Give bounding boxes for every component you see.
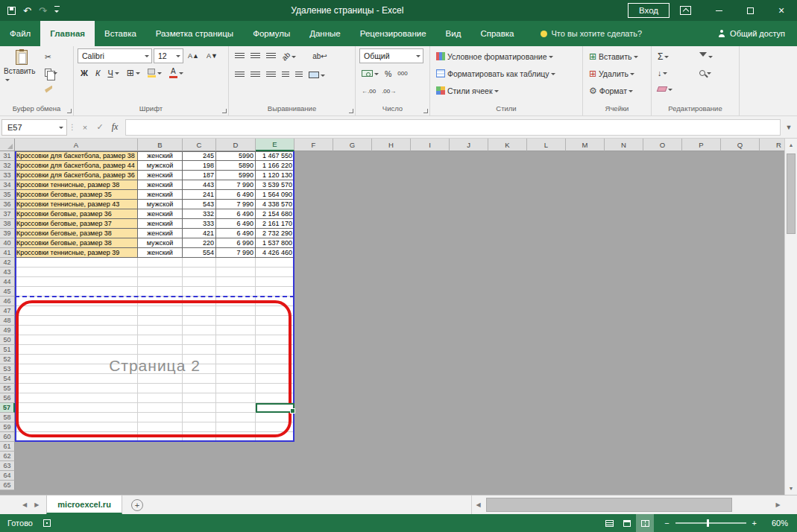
row-header-57[interactable]: 57 bbox=[0, 403, 15, 413]
row-header-45[interactable]: 45 bbox=[0, 287, 15, 297]
cell-B54[interactable] bbox=[138, 374, 183, 384]
tell-me-search[interactable]: Что вы хотите сделать? bbox=[541, 21, 643, 46]
cell-I37[interactable] bbox=[411, 209, 450, 219]
row-header-41[interactable]: 41 bbox=[0, 248, 15, 258]
cell-G46[interactable] bbox=[333, 297, 372, 306]
cell-J48[interactable] bbox=[450, 316, 488, 326]
cell-B53[interactable] bbox=[138, 364, 183, 374]
cell-K59[interactable] bbox=[488, 422, 527, 432]
column-header-B[interactable]: B bbox=[138, 139, 183, 151]
cell-Q38[interactable] bbox=[721, 219, 760, 229]
cell-Q44[interactable] bbox=[721, 277, 760, 287]
close-button[interactable]: × bbox=[766, 0, 797, 21]
format-as-table-button[interactable]: Форматировать как таблицу bbox=[434, 66, 579, 81]
cell-L43[interactable] bbox=[527, 267, 566, 277]
cell-H48[interactable] bbox=[372, 316, 411, 326]
cell-N59[interactable] bbox=[605, 422, 643, 432]
cell-L62[interactable] bbox=[527, 452, 566, 461]
cell-H56[interactable] bbox=[372, 393, 411, 403]
cell-G52[interactable] bbox=[333, 355, 372, 364]
cell-H55[interactable] bbox=[372, 384, 411, 393]
cell-I55[interactable] bbox=[411, 384, 450, 393]
cell-O47[interactable] bbox=[643, 306, 682, 316]
cell-O49[interactable] bbox=[643, 326, 682, 335]
cell-N65[interactable] bbox=[605, 481, 643, 490]
cell-Q55[interactable] bbox=[721, 384, 760, 393]
cell-M47[interactable] bbox=[566, 306, 605, 316]
autosum-button[interactable]: Σ bbox=[655, 48, 694, 64]
cell-E34[interactable]: 3 539 570 bbox=[256, 180, 294, 190]
cell-L54[interactable] bbox=[527, 374, 566, 384]
cell-F34[interactable] bbox=[294, 180, 333, 190]
cell-H62[interactable] bbox=[372, 452, 411, 461]
cell-A45[interactable] bbox=[15, 287, 138, 297]
cell-G56[interactable] bbox=[333, 393, 372, 403]
cell-N60[interactable] bbox=[605, 432, 643, 442]
cell-H52[interactable] bbox=[372, 355, 411, 364]
row-header-32[interactable]: 32 bbox=[0, 161, 15, 171]
cell-A44[interactable] bbox=[15, 277, 138, 287]
cell-F53[interactable] bbox=[294, 364, 333, 374]
cell-I58[interactable] bbox=[411, 413, 450, 422]
cell-D49[interactable] bbox=[216, 326, 256, 335]
cell-I53[interactable] bbox=[411, 364, 450, 374]
cell-Q42[interactable] bbox=[721, 258, 760, 267]
column-header-D[interactable]: D bbox=[216, 139, 256, 151]
cell-P62[interactable] bbox=[682, 452, 721, 461]
cell-H32[interactable] bbox=[372, 161, 411, 171]
increase-indent-button[interactable] bbox=[293, 67, 305, 83]
cell-H39[interactable] bbox=[372, 229, 411, 238]
cell-A47[interactable] bbox=[15, 306, 138, 316]
cell-Q58[interactable] bbox=[721, 413, 760, 422]
cell-B58[interactable] bbox=[138, 413, 183, 422]
cell-I40[interactable] bbox=[411, 238, 450, 248]
cell-A46[interactable] bbox=[15, 297, 138, 306]
align-top-button[interactable] bbox=[233, 48, 247, 64]
cell-A52[interactable] bbox=[15, 355, 138, 364]
cell-H63[interactable] bbox=[372, 461, 411, 471]
cell-G50[interactable] bbox=[333, 335, 372, 345]
cell-E47[interactable] bbox=[256, 306, 294, 316]
cell-O59[interactable] bbox=[643, 422, 682, 432]
cell-P53[interactable] bbox=[682, 364, 721, 374]
cell-I36[interactable] bbox=[411, 200, 450, 209]
cell-G51[interactable] bbox=[333, 345, 372, 355]
cell-B52[interactable] bbox=[138, 355, 183, 364]
cell-D48[interactable] bbox=[216, 316, 256, 326]
cell-Q33[interactable] bbox=[721, 171, 760, 180]
cell-O44[interactable] bbox=[643, 277, 682, 287]
cell-D35[interactable]: 6 490 bbox=[216, 190, 256, 200]
cell-C54[interactable] bbox=[183, 374, 216, 384]
insert-cells-button[interactable]: ⊞ Вставить bbox=[587, 48, 647, 64]
hscroll-left-icon[interactable]: ◀ bbox=[472, 501, 485, 508]
cell-F55[interactable] bbox=[294, 384, 333, 393]
cell-L61[interactable] bbox=[527, 442, 566, 452]
vertical-scroll-thumb[interactable] bbox=[787, 153, 796, 234]
cell-D56[interactable] bbox=[216, 393, 256, 403]
cell-D43[interactable] bbox=[216, 267, 256, 277]
cell-E54[interactable] bbox=[256, 374, 294, 384]
cell-P47[interactable] bbox=[682, 306, 721, 316]
cell-A31[interactable]: Кроссовки для баскетбола, размер 38 bbox=[15, 151, 138, 161]
cell-C64[interactable] bbox=[183, 471, 216, 481]
cell-O43[interactable] bbox=[643, 267, 682, 277]
cell-Q36[interactable] bbox=[721, 200, 760, 209]
cell-I57[interactable] bbox=[411, 403, 450, 413]
cell-M37[interactable] bbox=[566, 209, 605, 219]
cell-N42[interactable] bbox=[605, 258, 643, 267]
cell-A54[interactable] bbox=[15, 374, 138, 384]
cell-D54[interactable] bbox=[216, 374, 256, 384]
cell-C57[interactable] bbox=[183, 403, 216, 413]
name-box[interactable]: E57 bbox=[1, 119, 67, 136]
cell-M38[interactable] bbox=[566, 219, 605, 229]
cell-Q62[interactable] bbox=[721, 452, 760, 461]
cell-H60[interactable] bbox=[372, 432, 411, 442]
hscroll-right-icon[interactable]: ▶ bbox=[772, 501, 784, 508]
row-header-50[interactable]: 50 bbox=[0, 335, 15, 345]
cell-N61[interactable] bbox=[605, 442, 643, 452]
cell-F32[interactable] bbox=[294, 161, 333, 171]
cell-N62[interactable] bbox=[605, 452, 643, 461]
cell-K52[interactable] bbox=[488, 355, 527, 364]
cell-C38[interactable]: 333 bbox=[183, 219, 216, 229]
cell-K65[interactable] bbox=[488, 481, 527, 490]
